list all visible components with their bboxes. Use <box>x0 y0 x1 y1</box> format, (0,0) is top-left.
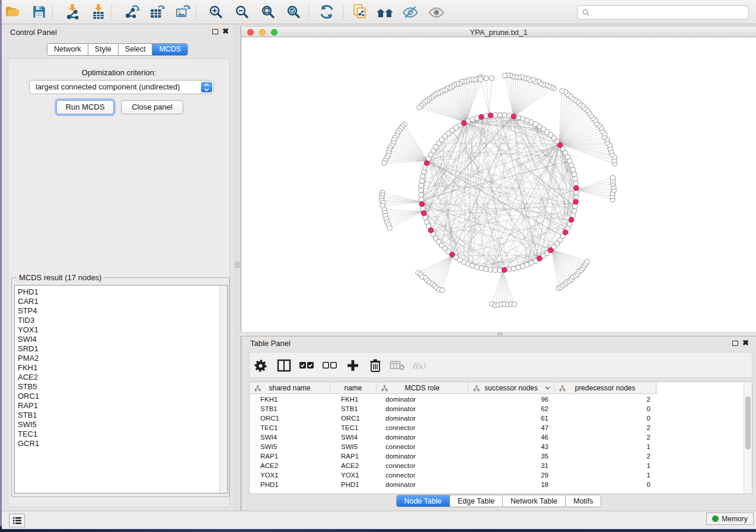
column-header-name[interactable]: name <box>330 382 377 394</box>
cell-predecessor-nodes[interactable]: 2 <box>554 395 656 404</box>
cell-MCDS-role[interactable]: connector <box>377 470 468 480</box>
table-row[interactable]: FKH1FKH1dominator962 <box>250 395 744 404</box>
cell-MCDS-role[interactable]: dominator <box>377 414 468 423</box>
first-neighbors-icon[interactable] <box>375 3 395 21</box>
cell-shared-name[interactable]: RAP1 <box>250 451 330 461</box>
cell-predecessor-nodes[interactable]: 0 <box>554 414 656 423</box>
cell-successor-nodes[interactable]: 43 <box>468 442 554 451</box>
add-column-icon[interactable] <box>344 357 362 374</box>
zoom-out-icon[interactable] <box>232 3 252 21</box>
cell-MCDS-role[interactable]: connector <box>377 461 468 470</box>
refresh-icon[interactable] <box>317 3 337 21</box>
cell-predecessor-nodes[interactable]: 1 <box>554 442 656 451</box>
cell-successor-nodes[interactable]: 35 <box>468 451 554 461</box>
mcds-result-item[interactable]: SWI4 <box>18 335 39 344</box>
cell-shared-name[interactable]: PHD1 <box>250 480 330 489</box>
mcds-result-item[interactable]: TEC1 <box>18 430 39 439</box>
import-table-icon[interactable] <box>88 3 109 21</box>
mcds-result-item[interactable]: PMA2 <box>18 354 39 363</box>
tab-mcds[interactable]: MCDS <box>152 44 187 55</box>
clone-network-icon[interactable] <box>350 3 370 21</box>
cell-successor-nodes[interactable]: 47 <box>468 423 554 432</box>
column-header-MCDS-role[interactable]: MCDS role <box>377 382 468 394</box>
cell-predecessor-nodes[interactable]: 2 <box>554 432 656 442</box>
vertical-splitter[interactable] <box>234 24 241 511</box>
float-panel-icon[interactable] <box>732 341 738 346</box>
cell-successor-nodes[interactable]: 29 <box>468 470 554 480</box>
mcds-result-item[interactable]: STP4 <box>18 306 39 316</box>
mcds-result-item[interactable]: STB1 <box>18 411 39 420</box>
select-all-icon[interactable] <box>298 357 315 374</box>
table-row[interactable]: SWI5SWI5connector431 <box>250 442 744 451</box>
cell-successor-nodes[interactable]: 96 <box>468 395 554 404</box>
gear-icon[interactable] <box>251 357 269 374</box>
mcds-result-item[interactable]: CAR1 <box>18 297 39 306</box>
open-folder-icon[interactable] <box>3 3 23 21</box>
import-network-icon[interactable] <box>62 3 82 21</box>
split-columns-icon[interactable] <box>275 357 293 374</box>
cell-shared-name[interactable]: TEC1 <box>250 423 330 432</box>
export-network-icon[interactable] <box>122 3 142 21</box>
column-header-shared-name[interactable]: shared name <box>250 382 330 394</box>
run-mcds-button[interactable]: Run MCDS <box>56 100 114 114</box>
cell-predecessor-nodes[interactable]: 0 <box>554 480 656 489</box>
cell-shared-name[interactable]: SWI4 <box>250 432 330 442</box>
deselect-all-icon[interactable] <box>321 357 339 374</box>
cell-predecessor-nodes[interactable]: 1 <box>554 461 656 470</box>
mcds-result-item[interactable]: GCR1 <box>18 439 39 448</box>
mcds-result-item[interactable]: PHD1 <box>18 287 39 297</box>
show-all-icon[interactable] <box>426 3 446 21</box>
table-row[interactable]: STB1STB1dominator620 <box>250 404 744 414</box>
cell-name[interactable]: ORC1 <box>330 414 377 423</box>
table-row[interactable]: YOX1YOX1connector291 <box>250 470 744 480</box>
cell-MCDS-role[interactable]: dominator <box>377 404 468 414</box>
table-row[interactable]: ORC1ORC1dominator610 <box>250 414 744 423</box>
cell-MCDS-role[interactable]: connector <box>377 423 468 432</box>
table-row[interactable]: ACE2ACE2connector311 <box>250 461 744 470</box>
mcds-result-item[interactable]: YOX1 <box>18 325 39 335</box>
save-icon[interactable] <box>29 3 49 21</box>
table-row[interactable]: RAP1RAP1dominator352 <box>250 451 744 461</box>
table-row[interactable]: PHD1PHD1dominator180 <box>250 480 744 489</box>
tab-network-table[interactable]: Network Table <box>503 495 566 507</box>
cell-shared-name[interactable]: ACE2 <box>250 461 330 470</box>
cell-shared-name[interactable]: YOX1 <box>250 470 330 480</box>
cell-name[interactable]: SWI4 <box>330 432 377 442</box>
tab-node-table[interactable]: Node Table <box>397 495 450 507</box>
task-history-button[interactable] <box>9 514 25 527</box>
cell-MCDS-role[interactable]: dominator <box>377 432 468 442</box>
cell-successor-nodes[interactable]: 31 <box>468 461 554 470</box>
cell-successor-nodes[interactable]: 61 <box>468 414 554 423</box>
export-table-icon[interactable] <box>147 3 167 21</box>
cell-predecessor-nodes[interactable]: 2 <box>554 451 656 461</box>
mcds-result-item[interactable]: STB5 <box>18 382 39 392</box>
search-box[interactable] <box>577 5 749 20</box>
mcds-result-item[interactable]: TID3 <box>18 316 39 325</box>
mcds-result-item[interactable]: FKH1 <box>18 363 39 373</box>
mcds-list-scrollbar[interactable] <box>219 286 227 493</box>
table-scrollbar[interactable] <box>744 382 752 493</box>
cell-name[interactable]: TEC1 <box>330 423 377 432</box>
cell-predecessor-nodes[interactable]: 1 <box>554 470 656 480</box>
hide-selected-icon[interactable] <box>400 3 420 21</box>
tab-network[interactable]: Network <box>47 44 88 55</box>
cell-shared-name[interactable]: ORC1 <box>250 414 330 423</box>
cell-successor-nodes[interactable]: 18 <box>468 480 554 489</box>
mcds-result-item[interactable]: RAP1 <box>18 401 39 411</box>
cell-successor-nodes[interactable]: 46 <box>468 432 554 442</box>
cell-name[interactable]: FKH1 <box>330 395 377 404</box>
close-panel-button[interactable]: Close panel <box>121 100 183 114</box>
cell-MCDS-role[interactable]: connector <box>377 442 468 451</box>
close-panel-icon[interactable]: ✖ <box>742 338 749 347</box>
cell-MCDS-role[interactable]: dominator <box>377 395 468 404</box>
cell-name[interactable]: ACE2 <box>330 461 377 470</box>
zoom-fit-icon[interactable] <box>258 3 278 21</box>
cell-predecessor-nodes[interactable]: 2 <box>554 423 656 432</box>
criterion-dropdown[interactable]: largest connected component (undirected) <box>29 80 214 94</box>
cell-shared-name[interactable]: SWI5 <box>250 442 330 451</box>
mcds-result-item[interactable]: SRD1 <box>18 344 39 354</box>
splitter-handle[interactable] <box>497 332 503 335</box>
table-row[interactable]: SWI4SWI4dominator462 <box>250 432 744 442</box>
cell-name[interactable]: YOX1 <box>330 470 377 480</box>
mcds-result-item[interactable]: ACE2 <box>18 373 39 382</box>
